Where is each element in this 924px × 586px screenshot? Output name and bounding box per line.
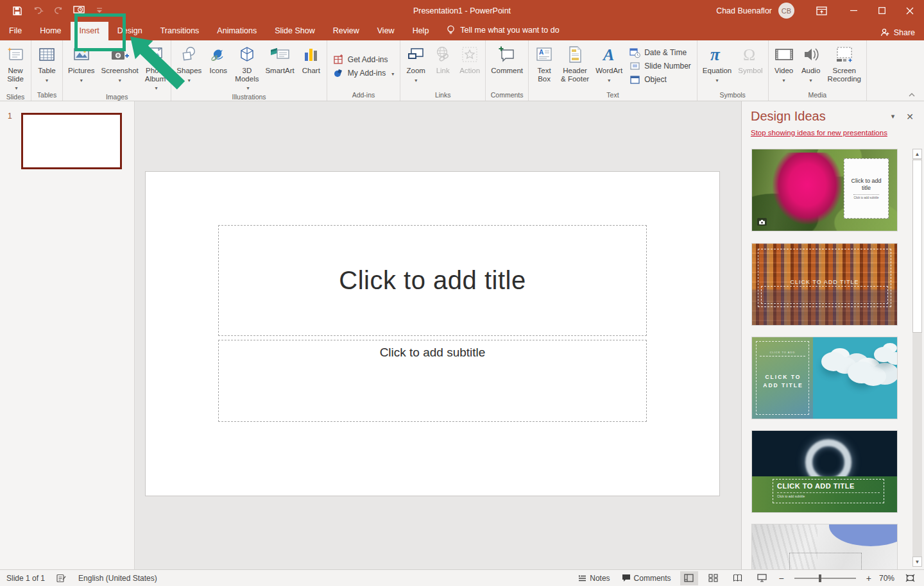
table-button[interactable]: Table xyxy=(33,42,60,90)
dropdown-caret-icon xyxy=(389,69,394,78)
button-label: Symbol xyxy=(738,67,762,75)
notes-button[interactable]: Notes xyxy=(576,574,612,583)
slide-sorter-view-button[interactable] xyxy=(705,571,723,585)
minimize-button[interactable] xyxy=(839,0,868,21)
button-label: Get Add-ins xyxy=(348,55,388,64)
action-button: Action xyxy=(456,42,483,90)
tab-file[interactable]: File xyxy=(0,22,31,40)
tab-animations[interactable]: Animations xyxy=(208,22,266,40)
group-label-text: Text xyxy=(531,90,695,101)
dropdown-caret-icon xyxy=(46,76,48,84)
zoom-slider-thumb[interactable] xyxy=(819,574,821,582)
dropdown-caret-icon xyxy=(244,83,249,92)
chart-button[interactable]: Chart xyxy=(298,42,325,92)
button-label: Table xyxy=(38,67,56,75)
my-add-ins-button[interactable]: My Add-ins xyxy=(333,67,394,78)
redo-button[interactable] xyxy=(53,5,64,17)
collapse-ribbon-button[interactable] xyxy=(905,90,919,99)
close-button[interactable] xyxy=(896,0,924,21)
slide[interactable]: Click to add title Click to add subtitle xyxy=(146,172,719,496)
zoom-slider[interactable] xyxy=(794,578,856,579)
title-panel: CLICK TO ADD CLICK TO ADD TITLE xyxy=(752,337,813,419)
symbol-omega-icon: Ω xyxy=(740,44,760,65)
language-indicator[interactable]: English (United States) xyxy=(78,574,157,583)
title-placeholder-outline xyxy=(789,553,862,569)
spell-check-icon[interactable] xyxy=(56,574,67,583)
slide-thumbnail-1[interactable] xyxy=(21,113,122,169)
slide-thumbnail-panel: 1 xyxy=(0,101,135,569)
zoom-percentage[interactable]: 70% xyxy=(879,574,894,583)
screen-recording-icon xyxy=(834,44,855,65)
stop-showing-ideas-link[interactable]: Stop showing ideas for new presentations xyxy=(751,129,915,137)
design-panel-scrollbar[interactable]: ▲ ▼ xyxy=(912,149,922,567)
date-time-button[interactable]: Date & Time xyxy=(629,47,691,58)
avatar[interactable]: CB xyxy=(778,3,794,19)
new-slide-button[interactable]: New Slide xyxy=(2,42,29,92)
design-ideas-close-button[interactable]: ✕ xyxy=(903,112,916,122)
zoom-button[interactable]: Zoom xyxy=(402,42,429,90)
slide-show-view-button[interactable] xyxy=(753,571,771,585)
dropdown-caret-icon xyxy=(783,76,785,84)
button-label: Video xyxy=(774,67,793,75)
equation-button[interactable]: π Equation xyxy=(699,42,735,90)
annotation-highlight-box xyxy=(74,13,126,51)
button-label: Screen Recording xyxy=(828,67,861,83)
object-button[interactable]: Object xyxy=(629,74,691,85)
wordart-button[interactable]: A WordArt xyxy=(592,42,626,90)
maximize-button[interactable] xyxy=(868,0,896,21)
ribbon-display-options-button[interactable] xyxy=(809,0,834,21)
tab-home[interactable]: Home xyxy=(31,22,70,40)
dropdown-caret-icon xyxy=(810,76,812,84)
tab-view[interactable]: View xyxy=(368,22,404,40)
tab-review[interactable]: Review xyxy=(324,22,368,40)
design-thumbnail-water-lily[interactable]: Click to add title Click to add subtitle xyxy=(752,149,897,231)
get-add-ins-button[interactable]: Get Add-ins xyxy=(333,54,394,65)
slide-number-button[interactable]: Slide Number xyxy=(629,61,691,72)
notes-icon xyxy=(578,574,586,582)
tell-me-label: Tell me what you want to do xyxy=(460,26,559,35)
scroll-down-button[interactable]: ▼ xyxy=(912,557,922,567)
design-ideas-menu-button[interactable]: ▾ xyxy=(882,112,904,121)
design-thumbnail-gray-paper[interactable] xyxy=(752,524,897,569)
design-ideas-title: Design Ideas xyxy=(751,109,882,124)
slide-editing-canvas: Click to add title Click to add subtitle xyxy=(135,101,741,569)
reading-view-button[interactable] xyxy=(729,571,747,585)
scroll-up-button[interactable]: ▲ xyxy=(912,149,922,159)
share-button[interactable]: Share xyxy=(880,28,915,37)
smartart-button[interactable]: SmartArt xyxy=(262,42,297,92)
tab-slide-show[interactable]: Slide Show xyxy=(266,22,324,40)
button-label: Audio xyxy=(801,67,820,75)
ribbon-group-links: Zoom Link Action Links xyxy=(400,40,486,101)
comment-button[interactable]: Comment xyxy=(488,42,526,90)
comment-bubble-icon xyxy=(497,44,517,65)
design-thumbnail-water-ring[interactable]: CLICK TO ADD TITLE Click to add subtitle xyxy=(752,431,897,512)
design-thumbnail-orange-mosaic[interactable]: CLICK TO ADD TITLE xyxy=(752,244,897,325)
audio-button[interactable]: Audio xyxy=(798,42,825,90)
header-footer-button[interactable]: Header & Footer xyxy=(558,42,592,90)
my-add-ins-icon xyxy=(333,67,344,78)
screen-recording-button[interactable]: Screen Recording xyxy=(825,42,864,90)
title-placeholder[interactable]: Click to add title xyxy=(218,225,647,336)
text-box-button[interactable]: A Text Box xyxy=(531,42,558,90)
comments-button[interactable]: Comments xyxy=(619,574,674,583)
slide-number-icon xyxy=(629,61,640,72)
icons-button[interactable]: Icons xyxy=(205,42,232,92)
button-label: 3D Models xyxy=(235,67,259,83)
user-name[interactable]: Chad Buenaflor xyxy=(716,6,772,15)
video-button[interactable]: Video xyxy=(771,42,798,90)
tell-me-box[interactable]: Tell me what you want to do xyxy=(438,21,568,40)
undo-button[interactable] xyxy=(32,5,44,17)
scrollbar-thumb[interactable] xyxy=(912,160,922,333)
button-label: New Slide xyxy=(7,67,24,83)
zoom-out-button[interactable]: − xyxy=(778,573,785,583)
normal-view-button[interactable] xyxy=(680,571,698,585)
3d-models-button[interactable]: 3D Models xyxy=(232,42,262,92)
subtitle-placeholder[interactable]: Click to add subtitle xyxy=(218,340,647,422)
save-button[interactable] xyxy=(12,5,23,17)
design-thumbnail-paper-clouds[interactable]: CLICK TO ADD CLICK TO ADD TITLE xyxy=(752,337,897,419)
tab-help[interactable]: Help xyxy=(404,22,438,40)
button-label: Text Box xyxy=(538,67,551,83)
zoom-in-button[interactable]: + xyxy=(865,573,873,583)
group-label-media: Media xyxy=(771,90,864,101)
fit-slide-to-window-button[interactable] xyxy=(901,571,919,585)
